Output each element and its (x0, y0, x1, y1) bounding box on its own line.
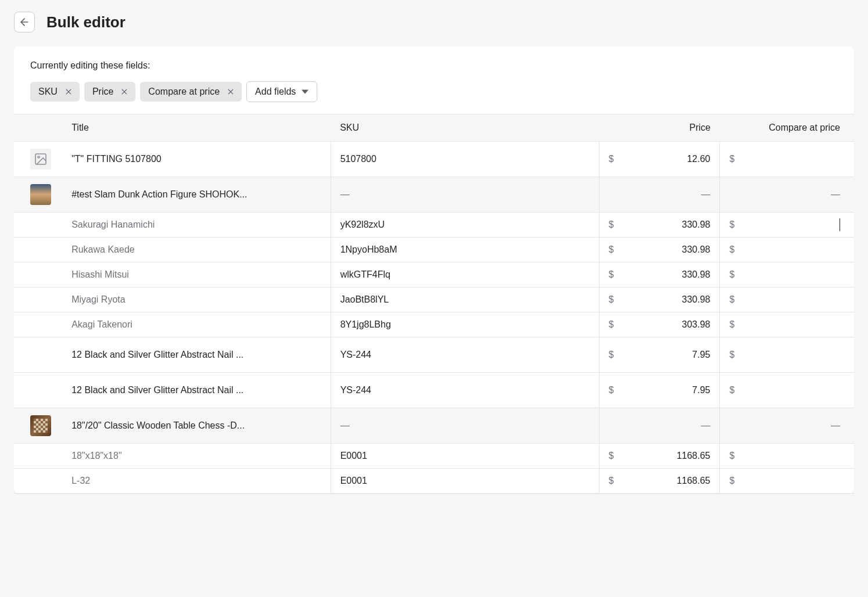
col-header-compare: Compare at price (720, 114, 854, 142)
sku-cell[interactable]: JaoBtB8lYL (331, 287, 599, 312)
thumbnail-cell (14, 312, 62, 337)
product-title[interactable]: 18"/20" Classic Wooden Table Chess -D... (62, 408, 331, 444)
editing-fields-label: Currently editing these fields: (30, 60, 838, 71)
compare-price-cell[interactable]: $ (720, 312, 854, 337)
image-placeholder-icon (34, 152, 48, 166)
chip-price: Price (84, 82, 135, 102)
price-cell[interactable]: $1168.65 (599, 469, 720, 494)
price-cell[interactable]: $303.98 (599, 312, 720, 337)
thumbnail-cell (14, 262, 62, 287)
variant-title[interactable]: 18"x18"x18" (62, 444, 331, 469)
sku-cell[interactable]: 5107800 (331, 142, 599, 177)
thumbnail-cell (14, 213, 62, 238)
thumbnail-cell (14, 444, 62, 469)
col-header-sku: SKU (331, 114, 599, 142)
variant-title[interactable]: Hisashi Mitsui (62, 262, 331, 287)
thumbnail-cell (14, 469, 62, 494)
product-thumbnail (30, 380, 51, 401)
price-cell[interactable]: $330.98 (599, 238, 720, 262)
price-cell[interactable]: $330.98 (599, 287, 720, 312)
thumbnail-cell (14, 287, 62, 312)
currency-symbol: $ (729, 319, 734, 330)
compare-price-cell[interactable]: $ (720, 469, 854, 494)
compare-price-cell[interactable]: $ (720, 142, 854, 177)
price-value: 1168.65 (677, 451, 711, 461)
table-row: #test Slam Dunk Action Figure SHOHOK...—… (14, 177, 854, 213)
sku-cell: — (331, 408, 599, 444)
back-button[interactable] (14, 12, 35, 33)
price-cell[interactable]: $7.95 (599, 373, 720, 408)
currency-symbol: $ (729, 269, 734, 280)
compare-price-cell[interactable]: $ (720, 444, 854, 469)
table-row: L-32E0001$1168.65$ (14, 469, 854, 494)
price-cell[interactable]: $330.98 (599, 213, 720, 238)
sku-cell[interactable]: E0001 (331, 444, 599, 469)
close-icon (64, 88, 73, 96)
price-cell[interactable]: $12.60 (599, 142, 720, 177)
product-thumbnail (30, 415, 51, 436)
variant-title[interactable]: Miyagi Ryota (62, 287, 331, 312)
price-cell[interactable]: $7.95 (599, 337, 720, 373)
compare-price-cell[interactable]: $ (720, 373, 854, 408)
sku-cell[interactable]: 8Y1jg8LBhg (331, 312, 599, 337)
compare-price-cell[interactable]: $ (720, 287, 854, 312)
sku-cell[interactable]: YS-244 (331, 337, 599, 373)
currency-symbol: $ (609, 385, 614, 395)
compare-price-cell[interactable]: $ (720, 238, 854, 262)
chip-remove-sku[interactable] (63, 87, 74, 97)
table-row: Akagi Takenori8Y1jg8LBhg$303.98$ (14, 312, 854, 337)
add-fields-button[interactable]: Add fields (246, 81, 317, 102)
caret-down-icon (302, 88, 309, 95)
table-row: "T" FITTING 51078005107800$12.60$ (14, 142, 854, 177)
variant-title[interactable]: L-32 (62, 469, 331, 494)
sku-cell[interactable]: yK92l8zxU (331, 213, 599, 238)
thumbnail-cell (14, 177, 62, 213)
currency-symbol: $ (729, 154, 734, 164)
sku-cell[interactable]: wlkGTF4Flq (331, 262, 599, 287)
currency-symbol: $ (609, 350, 614, 360)
product-thumbnail (30, 184, 51, 205)
product-title[interactable]: 12 Black and Silver Glitter Abstract Nai… (62, 337, 331, 373)
product-title[interactable]: "T" FITTING 5107800 (62, 142, 331, 177)
svg-point-8 (38, 156, 40, 158)
price-value: 330.98 (682, 244, 711, 255)
currency-symbol: $ (609, 244, 614, 255)
price-cell: — (599, 408, 720, 444)
price-value: 330.98 (682, 294, 711, 305)
table-row: 18"/20" Classic Wooden Table Chess -D...… (14, 408, 854, 444)
sku-cell[interactable]: E0001 (331, 469, 599, 494)
price-value: 1168.65 (677, 476, 711, 486)
thumbnail-cell (14, 238, 62, 262)
variant-title[interactable]: Akagi Takenori (62, 312, 331, 337)
compare-price-cell[interactable]: $ (720, 262, 854, 287)
product-title[interactable]: #test Slam Dunk Action Figure SHOHOK... (62, 177, 331, 213)
compare-price-cell[interactable]: $ (720, 213, 854, 238)
thumbnail-cell (14, 337, 62, 373)
chip-remove-price[interactable] (119, 87, 130, 97)
sku-cell[interactable]: 1NpyoHb8aM (331, 238, 599, 262)
text-cursor (840, 218, 840, 231)
sku-cell[interactable]: YS-244 (331, 373, 599, 408)
sku-cell: — (331, 177, 599, 213)
currency-symbol: $ (729, 220, 734, 230)
currency-symbol: $ (609, 294, 614, 305)
currency-symbol: $ (609, 269, 614, 280)
variant-title[interactable]: Sakuragi Hanamichi (62, 213, 331, 238)
currency-symbol: $ (729, 476, 734, 486)
currency-symbol: $ (609, 451, 614, 461)
chip-remove-compare[interactable] (225, 87, 236, 97)
currency-symbol: $ (729, 451, 734, 461)
table-row: 12 Black and Silver Glitter Abstract Nai… (14, 373, 854, 408)
chip-label: Compare at price (148, 87, 220, 97)
currency-symbol: $ (609, 319, 614, 330)
compare-price-cell[interactable]: $ (720, 337, 854, 373)
price-value: 12.60 (687, 154, 710, 164)
price-cell[interactable]: $330.98 (599, 262, 720, 287)
col-header-title: Title (62, 114, 331, 142)
variant-title[interactable]: Rukawa Kaede (62, 238, 331, 262)
bulk-editor-table: Title SKU Price Compare at price "T" FIT… (14, 114, 854, 494)
product-title[interactable]: 12 Black and Silver Glitter Abstract Nai… (62, 373, 331, 408)
price-cell: — (599, 177, 720, 213)
currency-symbol: $ (729, 350, 734, 360)
price-cell[interactable]: $1168.65 (599, 444, 720, 469)
